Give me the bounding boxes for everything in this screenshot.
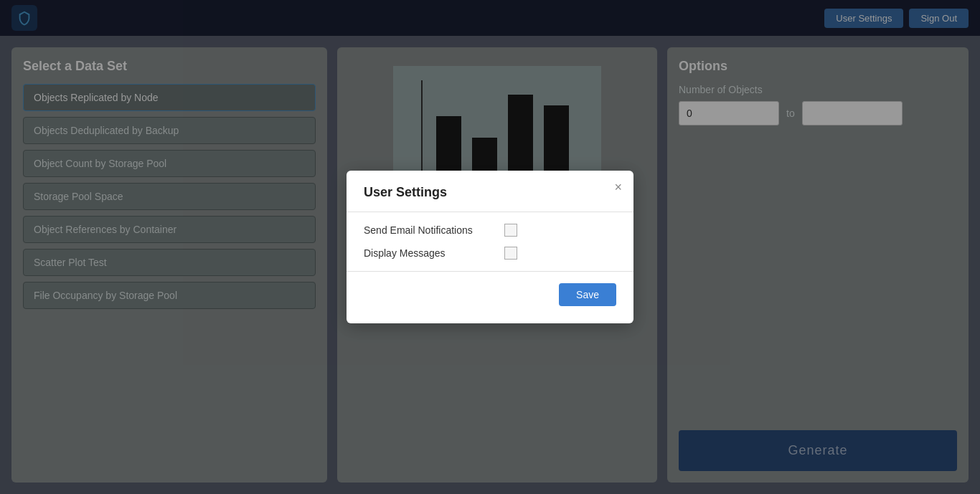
display-messages-checkbox[interactable] [504,247,517,260]
send-email-checkbox[interactable] [504,224,517,237]
modal-close-button[interactable]: × [614,181,622,194]
send-email-label: Send Email Notifications [364,224,493,236]
modal-title: User Settings [364,185,616,200]
send-email-field: Send Email Notifications [364,224,616,237]
display-messages-field: Display Messages [364,247,616,260]
modal-footer: Save [364,283,616,306]
modal-save-button[interactable]: Save [559,283,616,306]
user-settings-modal: User Settings × Send Email Notifications… [347,171,633,323]
modal-bottom-divider [347,271,633,272]
modal-top-divider [347,212,633,212]
display-messages-label: Display Messages [364,247,493,259]
modal-overlay: User Settings × Send Email Notifications… [0,0,980,494]
